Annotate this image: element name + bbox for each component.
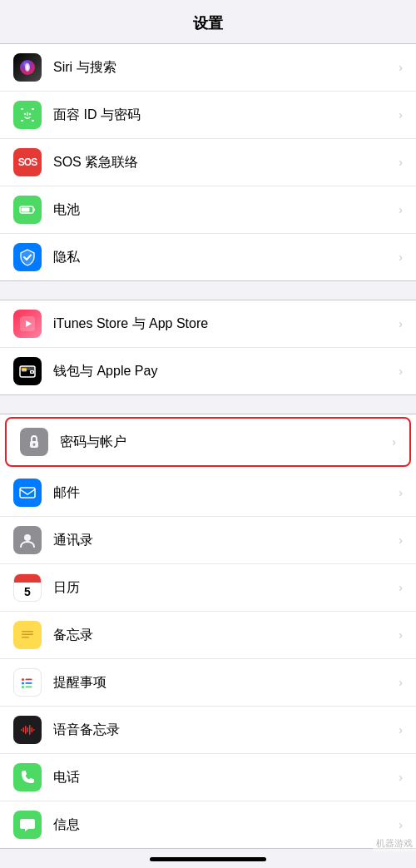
chevron-icon: › — [399, 317, 403, 330]
voicememo-label: 语音备忘录 — [53, 722, 392, 739]
phone-icon — [13, 763, 42, 791]
chevron-icon: › — [399, 676, 403, 689]
messages-icon — [13, 811, 42, 839]
svg-rect-27 — [22, 634, 33, 636]
page-title: 设置 — [0, 0, 416, 43]
svg-rect-39 — [25, 726, 27, 734]
notes-label: 备忘录 — [53, 627, 392, 644]
svg-rect-43 — [33, 729, 35, 731]
svg-rect-42 — [32, 727, 33, 732]
svg-point-32 — [22, 682, 24, 685]
svg-rect-35 — [26, 687, 32, 688]
chevron-icon: › — [399, 818, 403, 831]
home-indicator — [150, 857, 266, 861]
privacy-label: 隐私 — [53, 249, 392, 266]
contacts-icon — [13, 526, 42, 554]
settings-item-voicememo[interactable]: 语音备忘录 › — [0, 707, 416, 754]
settings-item-itunes[interactable]: iTunes Store 与 App Store › — [0, 300, 416, 348]
chevron-icon: › — [399, 533, 403, 547]
wallet-icon — [13, 357, 42, 385]
wallet-label: 钱包与 Apple Pay — [53, 363, 392, 380]
settings-item-calendar[interactable]: 5 日历 › — [0, 564, 416, 612]
settings-item-faceid[interactable]: 面容 ID 与密码 › — [0, 92, 416, 139]
chevron-icon: › — [392, 435, 396, 449]
svg-rect-40 — [27, 727, 29, 732]
faceid-label: 面容 ID 与密码 — [53, 107, 392, 124]
svg-rect-6 — [32, 120, 34, 122]
svg-rect-23 — [20, 488, 35, 498]
settings-item-privacy[interactable]: 隐私 › — [0, 234, 416, 280]
settings-item-messages[interactable]: 信息 › — [0, 801, 416, 848]
passwords-label: 密码与帐户 — [60, 434, 385, 451]
mail-icon — [13, 479, 42, 507]
voicememo-icon — [13, 716, 42, 744]
settings-item-sos[interactable]: SOS SOS 紧急联络 › — [0, 139, 416, 186]
svg-rect-33 — [26, 682, 32, 684]
chevron-icon: › — [399, 250, 403, 264]
svg-point-8 — [29, 113, 31, 115]
chevron-icon: › — [399, 628, 403, 642]
notes-icon — [13, 621, 42, 649]
chevron-icon: › — [399, 771, 403, 784]
chevron-icon: › — [399, 581, 403, 594]
svg-rect-4 — [32, 108, 34, 110]
chevron-icon: › — [399, 156, 403, 169]
reminders-label: 提醒事项 — [53, 674, 392, 692]
svg-rect-19 — [22, 370, 27, 372]
chevron-icon: › — [399, 108, 403, 122]
settings-item-mail[interactable]: 邮件 › — [0, 469, 416, 517]
settings-item-reminders[interactable]: 提醒事项 › — [0, 659, 416, 707]
settings-group-1: Siri 与搜索 › 面容 ID 与密码 › SOS SOS 紧急联络 › — [0, 43, 416, 281]
faceid-icon — [13, 101, 42, 129]
svg-rect-41 — [29, 725, 31, 735]
chevron-icon: › — [399, 723, 403, 737]
settings-item-siri[interactable]: Siri 与搜索 › — [0, 44, 416, 92]
mail-label: 邮件 — [53, 484, 392, 502]
svg-rect-28 — [22, 637, 29, 638]
svg-rect-22 — [33, 444, 34, 446]
svg-rect-12 — [22, 208, 30, 212]
settings-group-3: 密码与帐户 › 邮件 › 通讯录 › 5 日历 › — [0, 414, 416, 849]
phone-label: 电话 — [53, 769, 392, 786]
svg-rect-26 — [22, 631, 33, 632]
svg-rect-38 — [23, 727, 25, 732]
reminders-icon — [13, 668, 42, 697]
svg-rect-11 — [33, 209, 35, 211]
settings-group-2: iTunes Store 与 App Store › 钱包与 Apple Pay… — [0, 300, 416, 395]
itunes-label: iTunes Store 与 App Store — [53, 315, 392, 333]
svg-rect-37 — [21, 729, 22, 731]
settings-item-contacts[interactable]: 通讯录 › — [0, 517, 416, 564]
itunes-icon — [13, 310, 42, 338]
settings-item-wallet[interactable]: 钱包与 Apple Pay › — [0, 348, 416, 394]
settings-item-battery[interactable]: 电池 › — [0, 186, 416, 234]
svg-point-7 — [24, 113, 26, 115]
sos-label: SOS 紧急联络 — [53, 154, 392, 171]
svg-rect-31 — [26, 679, 32, 681]
settings-item-notes[interactable]: 备忘录 › — [0, 612, 416, 659]
battery-icon — [13, 196, 42, 224]
chevron-icon: › — [399, 203, 403, 216]
calendar-icon: 5 — [13, 573, 42, 602]
messages-label: 信息 — [53, 816, 392, 834]
chevron-icon: › — [399, 61, 403, 74]
battery-label: 电池 — [53, 201, 392, 219]
siri-label: Siri 与搜索 — [53, 59, 392, 77]
svg-point-17 — [32, 371, 33, 373]
settings-item-passwords[interactable]: 密码与帐户 › — [5, 417, 411, 467]
passwords-icon — [20, 428, 48, 456]
svg-point-30 — [22, 678, 24, 681]
privacy-icon — [13, 243, 42, 271]
settings-item-phone[interactable]: 电话 › — [0, 754, 416, 801]
svg-point-24 — [24, 534, 31, 541]
calendar-label: 日历 — [53, 579, 392, 597]
svg-point-34 — [22, 686, 24, 688]
chevron-icon: › — [399, 365, 403, 378]
chevron-icon: › — [399, 486, 403, 499]
svg-rect-5 — [21, 120, 23, 122]
svg-point-2 — [27, 65, 29, 70]
svg-rect-3 — [21, 108, 23, 110]
contacts-label: 通讯录 — [53, 532, 392, 549]
siri-icon — [13, 53, 42, 82]
watermark: 机器游戏 — [373, 836, 416, 851]
sos-icon: SOS — [13, 148, 42, 176]
